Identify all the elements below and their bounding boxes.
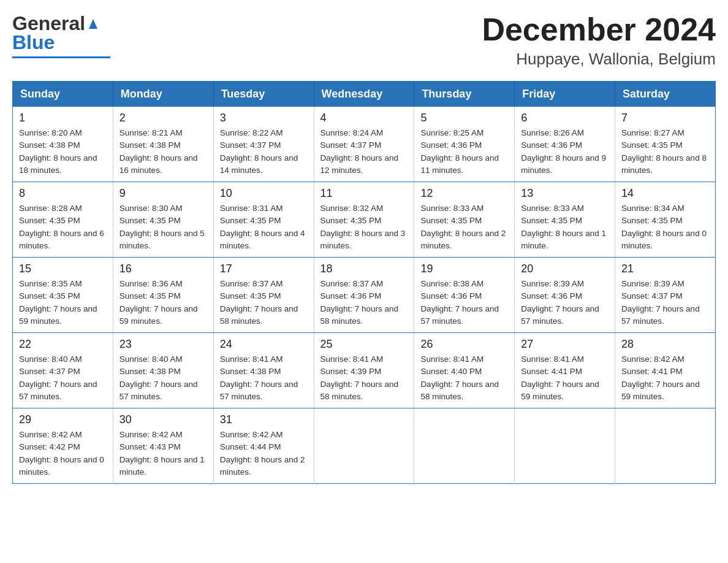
day-info: Sunrise: 8:39 AM Sunset: 4:36 PM Dayligh… bbox=[521, 278, 609, 327]
day-number: 10 bbox=[220, 187, 308, 200]
calendar-day-cell bbox=[615, 408, 716, 484]
calendar-day-cell: 14 Sunrise: 8:34 AM Sunset: 4:35 PM Dayl… bbox=[615, 182, 716, 258]
day-info: Sunrise: 8:39 AM Sunset: 4:37 PM Dayligh… bbox=[621, 278, 709, 327]
sunset-text: Sunset: 4:41 PM bbox=[521, 367, 582, 376]
calendar-day-cell: 4 Sunrise: 8:24 AM Sunset: 4:37 PM Dayli… bbox=[314, 107, 414, 182]
calendar-day-cell bbox=[414, 408, 515, 484]
sunrise-text: Sunrise: 8:42 AM bbox=[19, 430, 82, 439]
sunrise-text: Sunrise: 8:20 AM bbox=[19, 128, 82, 137]
calendar-day-cell: 15 Sunrise: 8:35 AM Sunset: 4:35 PM Dayl… bbox=[13, 258, 113, 333]
sunset-text: Sunset: 4:37 PM bbox=[621, 291, 683, 301]
sunrise-text: Sunrise: 8:26 AM bbox=[521, 128, 584, 137]
day-info: Sunrise: 8:36 AM Sunset: 4:35 PM Dayligh… bbox=[119, 278, 207, 327]
sunrise-text: Sunrise: 8:39 AM bbox=[621, 279, 684, 288]
calendar-day-cell: 20 Sunrise: 8:39 AM Sunset: 4:36 PM Dayl… bbox=[515, 258, 615, 333]
sunset-text: Sunset: 4:37 PM bbox=[19, 367, 80, 376]
sunset-text: Sunset: 4:35 PM bbox=[320, 216, 382, 225]
sunrise-text: Sunrise: 8:42 AM bbox=[621, 354, 684, 364]
calendar-day-header: Thursday bbox=[414, 82, 515, 107]
day-info: Sunrise: 8:42 AM Sunset: 4:44 PM Dayligh… bbox=[220, 429, 308, 478]
calendar-day-cell: 25 Sunrise: 8:41 AM Sunset: 4:39 PM Dayl… bbox=[314, 333, 414, 408]
daylight-text: Daylight: 7 hours and 59 minutes. bbox=[119, 304, 198, 326]
sunset-text: Sunset: 4:38 PM bbox=[19, 140, 80, 150]
sunset-text: Sunset: 4:35 PM bbox=[521, 216, 582, 225]
day-info: Sunrise: 8:42 AM Sunset: 4:42 PM Dayligh… bbox=[19, 429, 107, 478]
daylight-text: Daylight: 8 hours and 4 minutes. bbox=[220, 229, 305, 250]
day-number: 18 bbox=[320, 262, 408, 275]
sunset-text: Sunset: 4:35 PM bbox=[119, 216, 181, 225]
day-info: Sunrise: 8:25 AM Sunset: 4:36 PM Dayligh… bbox=[420, 127, 508, 177]
calendar-day-cell: 28 Sunrise: 8:42 AM Sunset: 4:41 PM Dayl… bbox=[615, 333, 716, 408]
sunset-text: Sunset: 4:35 PM bbox=[420, 216, 482, 225]
daylight-text: Daylight: 7 hours and 58 minutes. bbox=[220, 304, 298, 326]
daylight-text: Daylight: 7 hours and 57 minutes. bbox=[19, 380, 97, 401]
day-info: Sunrise: 8:31 AM Sunset: 4:35 PM Dayligh… bbox=[220, 202, 308, 252]
calendar-day-cell: 6 Sunrise: 8:26 AM Sunset: 4:36 PM Dayli… bbox=[515, 107, 615, 182]
sunset-text: Sunset: 4:37 PM bbox=[220, 140, 281, 150]
daylight-text: Daylight: 7 hours and 59 minutes. bbox=[19, 304, 97, 326]
daylight-text: Daylight: 8 hours and 0 minutes. bbox=[621, 229, 707, 250]
daylight-text: Daylight: 8 hours and 11 minutes. bbox=[420, 153, 499, 175]
day-number: 29 bbox=[19, 413, 107, 426]
sunrise-text: Sunrise: 8:25 AM bbox=[420, 128, 483, 137]
sunrise-text: Sunrise: 8:33 AM bbox=[521, 204, 584, 213]
day-number: 23 bbox=[119, 338, 207, 351]
sunrise-text: Sunrise: 8:41 AM bbox=[320, 354, 384, 364]
daylight-text: Daylight: 8 hours and 2 minutes. bbox=[220, 455, 305, 477]
calendar-day-cell: 27 Sunrise: 8:41 AM Sunset: 4:41 PM Dayl… bbox=[515, 333, 615, 408]
calendar-day-header: Sunday bbox=[13, 82, 113, 107]
calendar-week-row: 1 Sunrise: 8:20 AM Sunset: 4:38 PM Dayli… bbox=[13, 107, 716, 182]
sunset-text: Sunset: 4:35 PM bbox=[220, 291, 281, 301]
day-number: 7 bbox=[621, 112, 709, 124]
sunrise-text: Sunrise: 8:24 AM bbox=[320, 128, 384, 137]
logo-triangle-icon bbox=[86, 17, 100, 30]
day-info: Sunrise: 8:24 AM Sunset: 4:37 PM Dayligh… bbox=[320, 127, 408, 177]
daylight-text: Daylight: 8 hours and 12 minutes. bbox=[320, 153, 399, 175]
calendar-day-header: Monday bbox=[113, 82, 213, 107]
day-number: 8 bbox=[19, 187, 107, 200]
sunset-text: Sunset: 4:35 PM bbox=[19, 216, 80, 225]
sunset-text: Sunset: 4:36 PM bbox=[420, 140, 482, 150]
sunset-text: Sunset: 4:43 PM bbox=[119, 442, 181, 451]
calendar-day-cell: 31 Sunrise: 8:42 AM Sunset: 4:44 PM Dayl… bbox=[213, 408, 314, 484]
daylight-text: Daylight: 8 hours and 18 minutes. bbox=[19, 153, 97, 175]
sunrise-text: Sunrise: 8:35 AM bbox=[19, 279, 82, 288]
daylight-text: Daylight: 8 hours and 2 minutes. bbox=[420, 229, 506, 250]
day-info: Sunrise: 8:41 AM Sunset: 4:40 PM Dayligh… bbox=[420, 353, 508, 403]
sunrise-text: Sunrise: 8:42 AM bbox=[119, 430, 183, 439]
calendar-day-cell: 8 Sunrise: 8:28 AM Sunset: 4:35 PM Dayli… bbox=[13, 182, 113, 258]
calendar-day-cell: 23 Sunrise: 8:40 AM Sunset: 4:38 PM Dayl… bbox=[113, 333, 213, 408]
sunset-text: Sunset: 4:35 PM bbox=[621, 140, 683, 150]
sunset-text: Sunset: 4:38 PM bbox=[119, 140, 181, 150]
day-number: 13 bbox=[521, 187, 609, 200]
calendar-week-row: 22 Sunrise: 8:40 AM Sunset: 4:37 PM Dayl… bbox=[13, 333, 716, 408]
sunset-text: Sunset: 4:36 PM bbox=[521, 140, 582, 150]
daylight-text: Daylight: 8 hours and 0 minutes. bbox=[19, 455, 104, 477]
page-header: General Blue December 2024 Huppaye, Wall… bbox=[12, 12, 716, 69]
day-number: 17 bbox=[220, 262, 308, 275]
logo-underline bbox=[12, 56, 110, 58]
svg-marker-0 bbox=[89, 19, 97, 29]
day-info: Sunrise: 8:27 AM Sunset: 4:35 PM Dayligh… bbox=[621, 127, 709, 177]
calendar-day-cell: 1 Sunrise: 8:20 AM Sunset: 4:38 PM Dayli… bbox=[13, 107, 113, 182]
day-number: 31 bbox=[220, 413, 308, 426]
daylight-text: Daylight: 8 hours and 5 minutes. bbox=[119, 229, 205, 250]
day-number: 2 bbox=[119, 112, 207, 124]
day-info: Sunrise: 8:33 AM Sunset: 4:35 PM Dayligh… bbox=[420, 202, 508, 252]
daylight-text: Daylight: 7 hours and 58 minutes. bbox=[320, 380, 399, 401]
day-number: 22 bbox=[19, 338, 107, 351]
day-info: Sunrise: 8:42 AM Sunset: 4:43 PM Dayligh… bbox=[119, 429, 207, 478]
daylight-text: Daylight: 7 hours and 59 minutes. bbox=[521, 380, 599, 401]
day-info: Sunrise: 8:33 AM Sunset: 4:35 PM Dayligh… bbox=[521, 202, 609, 252]
day-number: 11 bbox=[320, 187, 408, 200]
sunrise-text: Sunrise: 8:41 AM bbox=[220, 354, 283, 364]
day-info: Sunrise: 8:37 AM Sunset: 4:35 PM Dayligh… bbox=[220, 278, 308, 327]
day-number: 28 bbox=[621, 338, 709, 351]
day-info: Sunrise: 8:38 AM Sunset: 4:36 PM Dayligh… bbox=[420, 278, 508, 327]
day-number: 26 bbox=[420, 338, 508, 351]
day-number: 15 bbox=[19, 262, 107, 275]
day-number: 19 bbox=[420, 262, 508, 275]
daylight-text: Daylight: 8 hours and 9 minutes. bbox=[521, 153, 606, 175]
daylight-text: Daylight: 8 hours and 16 minutes. bbox=[119, 153, 198, 175]
daylight-text: Daylight: 7 hours and 57 minutes. bbox=[220, 380, 298, 401]
